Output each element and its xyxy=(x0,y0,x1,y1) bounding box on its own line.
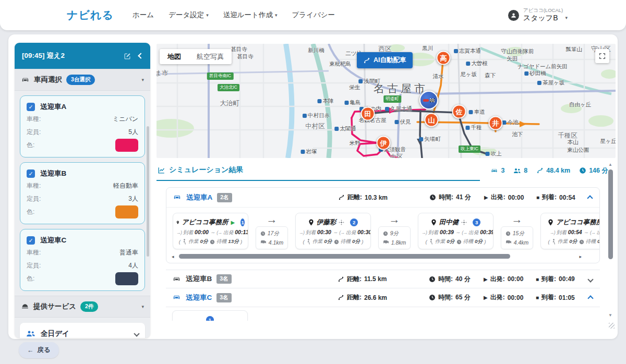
stop-card-passenger[interactable]: 伊藤彩 2 →) 到着 00:30 ～ (→ 出発 00:30 (作業0分待機0… xyxy=(295,213,371,249)
vehicle-row-name: 送迎車B xyxy=(186,274,212,284)
map-type-satellite-button[interactable]: 航空写真 xyxy=(189,49,232,64)
service-section-header[interactable]: 提供サービス 2件 ▾ xyxy=(15,296,150,318)
move-icon[interactable] xyxy=(339,220,344,225)
nav-item-data-settings[interactable]: データ設定▾ xyxy=(168,10,209,20)
map-marker[interactable]: 井 xyxy=(489,116,503,130)
field-label: 色: xyxy=(27,141,34,150)
car-icon xyxy=(172,293,181,302)
play-icon: ▶ xyxy=(484,295,488,300)
field-label: 色: xyxy=(27,208,34,216)
stop-card-passenger[interactable]: 田中健 3 →) 到着 00:39 ～ (→ 出発 00:39 (作業0分待機0… xyxy=(418,213,493,249)
vehicle-checkbox[interactable]: ✓ xyxy=(27,169,35,178)
stop-card-depot-start[interactable]: アビココ事務所 ▶ 1 →) 到着 00:00 ～ (→ 出発 00:13 (作… xyxy=(173,213,248,249)
ai-dispatch-label: AI自動配車 xyxy=(374,56,406,65)
app-logo[interactable]: ナビれる xyxy=(67,8,114,22)
move-icon[interactable] xyxy=(461,220,467,225)
car-icon xyxy=(21,76,30,84)
result-row-header[interactable]: 送迎車A 2名 距離:10.3 km 時間:41 分 ▶出発:00:00 ■到着… xyxy=(166,188,599,208)
vehicle-row-name: 送迎車A xyxy=(186,193,212,202)
service-item-zennichi-day[interactable]: 全日デイ xyxy=(20,323,145,338)
summary-passengers: 8 xyxy=(513,167,527,174)
stat-time: 時間:40 分 xyxy=(429,275,484,284)
results-summary: 3 8 48.4 km 146 分 xyxy=(480,166,616,178)
result-row-vehicle-b[interactable]: 送迎車B 3名 距離:11.5 km 時間:40 分 ▶出発:00:00 ■到着… xyxy=(166,270,600,288)
depot-marker[interactable] xyxy=(419,91,438,110)
stop-card-depot-end[interactable]: アビココ事務所 ■ →) 到着 00:54 ～ (→ 出発 (作業0分待機0分) xyxy=(540,213,599,249)
arrow-right-icon: → xyxy=(512,213,523,226)
stat-distance: 距離:11.5 km xyxy=(338,275,429,284)
row-stats: 距離:10.3 km 時間:41 分 ▶出発:00:00 ■到着:00:54 xyxy=(338,193,600,202)
stops-horizontal-scrollbar[interactable]: ◂ ▸ xyxy=(171,252,595,261)
vehicle-checkbox[interactable]: ✓ xyxy=(27,236,35,245)
vehicle-card-a[interactable]: ✓ 送迎車A 車種:ミニバン 定員:5人 色: xyxy=(20,95,145,157)
scroll-right-icon[interactable]: ▸ xyxy=(579,254,582,259)
stat-depart: ▶出発:00:00 xyxy=(484,293,536,302)
results-vertical-scrollbar[interactable]: ▲ ▼ xyxy=(607,162,613,325)
worker-icon xyxy=(429,239,434,245)
scroll-up-icon[interactable]: ▲ xyxy=(607,162,613,167)
sidebar-scrollbar[interactable] xyxy=(147,126,149,257)
chevron-down-icon xyxy=(134,331,139,336)
depart-icon: (→ xyxy=(590,230,595,235)
wait-clock-icon xyxy=(579,239,584,245)
nav-item-home[interactable]: ホーム xyxy=(133,10,154,20)
chevron-down-icon: ▾ xyxy=(206,13,209,18)
sidebar-header: [09:45] 迎え2 xyxy=(15,43,150,69)
car-glyph xyxy=(423,99,429,102)
passenger-count-badge: 3名 xyxy=(216,274,231,284)
map-marker[interactable]: 伊 xyxy=(377,136,391,150)
user-menu[interactable]: アビココ(LOCAL) スタッフB▾ xyxy=(508,7,568,22)
scrollbar-thumb[interactable] xyxy=(179,254,510,259)
scroll-left-icon[interactable]: ◂ xyxy=(172,254,174,259)
map-marker[interactable]: 佐 xyxy=(452,105,466,119)
stat-arrive: ■到着:01:05 xyxy=(536,293,604,302)
vehicle-section-label: 車両選択 xyxy=(34,75,62,84)
vehicle-card-c[interactable]: ✓ 送迎車C 車種:普通車 定員:4人 色: xyxy=(20,229,145,291)
arrive-icon: →) xyxy=(550,230,555,235)
collapse-sidebar-button[interactable] xyxy=(139,54,143,58)
route-icon xyxy=(338,194,345,201)
collapse-row-button[interactable] xyxy=(588,293,593,302)
worker-icon xyxy=(182,239,187,245)
fullscreen-button[interactable] xyxy=(595,49,609,63)
resize-handle[interactable] xyxy=(609,323,615,329)
result-row-vehicle-c[interactable]: 送迎車C 3名 距離:26.6 km 時間:65 分 ▶出発:00:00 ■到着… xyxy=(166,288,600,307)
nav-item-privacy[interactable]: プライバシー xyxy=(292,10,335,20)
map-type-map-button[interactable]: 地図 xyxy=(160,49,189,64)
nav-item-route-create[interactable]: 送迎ルート作成▾ xyxy=(223,10,278,20)
expand-row-button[interactable] xyxy=(588,274,593,284)
results-title: シミュレーション結果 xyxy=(169,165,243,175)
results-header: シミュレーション結果 3 8 48.4 km 146 分 xyxy=(156,159,616,181)
vehicle-checkbox[interactable]: ✓ xyxy=(27,103,35,111)
checkered-flag-icon xyxy=(430,99,435,102)
leg-segment: → 17分 4.1km xyxy=(254,213,290,249)
user-name: スタッフB xyxy=(523,14,558,23)
summary-distance: 48.4 km xyxy=(536,167,570,174)
scroll-down-icon[interactable]: ▼ xyxy=(607,313,613,318)
map-marker[interactable]: 高 xyxy=(437,51,451,65)
ai-dispatch-button[interactable]: AI自動配車 xyxy=(357,52,413,68)
stop-number-badge: 3 xyxy=(473,219,480,226)
back-button[interactable]: ← 戻る xyxy=(19,342,59,358)
chevron-down-icon xyxy=(587,276,593,282)
leg-info-card: 17分 4.1km xyxy=(256,226,288,249)
people-icon xyxy=(26,330,35,338)
sidebar: [09:45] 迎え2 車両選択 3台選択 ▾ ✓ 送迎車A 車種:ミニバン 定… xyxy=(15,43,150,338)
bus-icon xyxy=(505,240,512,245)
pin-icon xyxy=(431,219,437,226)
map-marker[interactable]: 田 xyxy=(361,107,375,121)
stop-card-clipped[interactable]: 1 xyxy=(172,310,248,321)
chevron-down-icon: ▾ xyxy=(141,304,144,309)
clock-icon xyxy=(429,294,436,301)
scrollbar-thumb[interactable] xyxy=(608,169,613,259)
map-canvas[interactable]: ま市大治町甚目寺甚目寺新川橋二ツ杁東枇杷島西区浅間町栄生名古屋市黒川志賀本通守山… xyxy=(156,44,616,158)
edit-icon[interactable] xyxy=(124,52,131,60)
collapse-row-button[interactable] xyxy=(588,193,592,202)
vehicle-card-b[interactable]: ✓ 送迎車B 車種:軽自動車 定員:3人 色: xyxy=(20,162,145,224)
field-label: 車種: xyxy=(27,248,41,257)
vehicle-section-header[interactable]: 車両選択 3台選択 ▾ xyxy=(15,69,150,91)
bus-icon xyxy=(260,240,267,245)
map-marker[interactable]: 山 xyxy=(425,113,439,127)
pin-icon xyxy=(176,219,179,226)
depart-icon: (→ xyxy=(462,230,467,235)
